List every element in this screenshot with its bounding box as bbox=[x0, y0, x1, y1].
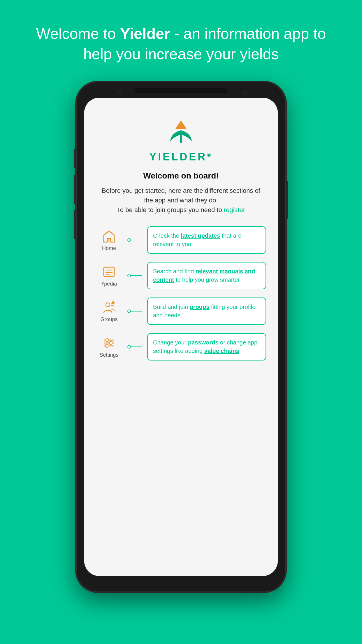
home-highlight: latest updates bbox=[181, 232, 220, 239]
svg-point-15 bbox=[109, 342, 112, 344]
settings-bubble-text: Change your passwords or change app sett… bbox=[153, 339, 257, 354]
yielder-logo-icon bbox=[165, 115, 197, 147]
phone-button-volume-up bbox=[74, 149, 76, 168]
phone-mockup: YIELDER® Welcome on board! Before you ge… bbox=[76, 82, 286, 592]
feature-ypedia: Ypedia Search and find relevant manuals … bbox=[96, 262, 266, 289]
phone-screen: YIELDER® Welcome on board! Before you ge… bbox=[84, 98, 278, 576]
groups-highlight: groups bbox=[190, 304, 210, 310]
connector-dot bbox=[127, 345, 131, 349]
logo-registered: ® bbox=[207, 152, 212, 158]
svg-marker-0 bbox=[175, 120, 187, 129]
features-list: Home Check the latest updates that are r… bbox=[96, 226, 266, 360]
ypedia-icon bbox=[101, 264, 117, 279]
ypedia-connector bbox=[127, 274, 142, 277]
feature-groups: + Groups Build and join groups fitting y… bbox=[96, 298, 266, 325]
feature-settings: Settings Change your passwords or change… bbox=[96, 333, 266, 360]
phone-button-bixby bbox=[74, 210, 76, 239]
connector-line bbox=[131, 346, 142, 347]
feature-home-icon-wrap: Home bbox=[96, 229, 122, 251]
ypedia-bubble-text: Search and find relevant manuals and con… bbox=[153, 268, 255, 283]
home-connector bbox=[127, 238, 142, 242]
register-link[interactable]: register bbox=[224, 206, 245, 214]
groups-bubble: Build and join groups fitting your profi… bbox=[147, 298, 266, 325]
phone-button-power bbox=[286, 181, 288, 219]
groups-connector bbox=[127, 309, 142, 313]
svg-text:+: + bbox=[113, 302, 114, 304]
groups-icon: + bbox=[101, 300, 117, 315]
svg-point-14 bbox=[106, 339, 109, 342]
groups-bubble-text: Build and join groups fitting your profi… bbox=[153, 304, 255, 318]
feature-groups-icon-wrap: + Groups bbox=[96, 300, 122, 323]
home-bubble: Check the latest updates that are releva… bbox=[147, 226, 266, 254]
connector-dot bbox=[127, 309, 131, 313]
settings-icon bbox=[101, 335, 117, 351]
svg-point-16 bbox=[105, 344, 108, 347]
phone-button-volume-down bbox=[74, 175, 76, 204]
logo-text: YIELDER® bbox=[149, 151, 212, 163]
settings-valuechains-highlight: value chains bbox=[204, 348, 239, 354]
feature-ypedia-icon-wrap: Ypedia bbox=[96, 264, 122, 287]
settings-bubble: Change your passwords or change app sett… bbox=[147, 333, 266, 360]
connector-dot bbox=[127, 274, 131, 277]
connector-line bbox=[131, 311, 142, 312]
app-content: YIELDER® Welcome on board! Before you ge… bbox=[84, 98, 278, 576]
welcome-title: Welcome on board! bbox=[143, 171, 219, 181]
groups-label: Groups bbox=[100, 316, 117, 323]
welcome-subtitle: Before you get started, here are the dif… bbox=[96, 186, 266, 215]
svg-rect-2 bbox=[108, 239, 110, 242]
home-icon bbox=[101, 229, 117, 244]
feature-home: Home Check the latest updates that are r… bbox=[96, 226, 266, 254]
settings-passwords-highlight: passwords bbox=[188, 339, 218, 346]
home-label: Home bbox=[102, 245, 116, 251]
ypedia-label: Ypedia bbox=[101, 281, 117, 287]
settings-connector bbox=[127, 345, 142, 349]
feature-settings-icon-wrap: Settings bbox=[96, 335, 122, 358]
phone-top-bar bbox=[134, 88, 228, 93]
home-bubble-text: Check the latest updates that are releva… bbox=[153, 232, 241, 247]
svg-rect-1 bbox=[180, 135, 182, 143]
header-title: Welcome to Yielder - an information app … bbox=[0, 0, 362, 82]
ypedia-bubble: Search and find relevant manuals and con… bbox=[147, 262, 266, 289]
app-name-bold: Yielder bbox=[120, 25, 170, 42]
connector-line bbox=[131, 275, 142, 276]
connector-dot bbox=[127, 238, 131, 242]
subtitle-text-1: Before you get started, here are the dif… bbox=[102, 187, 260, 204]
connector-line bbox=[131, 240, 142, 240]
svg-point-7 bbox=[106, 303, 110, 307]
settings-label: Settings bbox=[99, 352, 118, 358]
ypedia-highlight: relevant manuals and content bbox=[153, 268, 255, 283]
subtitle-text-2: To be able to join groups you need to bbox=[117, 206, 224, 214]
logo-container: YIELDER® bbox=[149, 115, 212, 163]
